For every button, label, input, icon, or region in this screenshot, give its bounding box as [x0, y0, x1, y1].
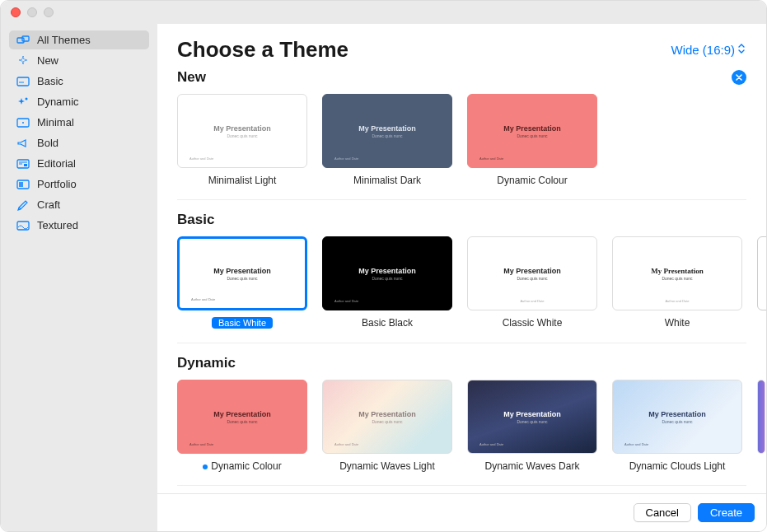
section-title-dynamic: Dynamic [177, 355, 236, 371]
minimal-icon [16, 117, 30, 128]
theme-label: White [612, 317, 742, 329]
theme-classic-white[interactable]: My Presentation Donec quis nunc Author a… [467, 236, 597, 329]
megaphone-icon [16, 138, 30, 149]
minimize-window-button[interactable] [27, 7, 37, 17]
aspect-ratio-label: Wide (16:9) [671, 43, 735, 57]
svg-rect-1 [22, 36, 29, 41]
sidebar-item-label: Minimal [37, 116, 74, 128]
theme-thumbnail: My Presentation Donec quis nunc Author a… [177, 380, 307, 454]
dismiss-new-button[interactable] [732, 70, 746, 85]
theme-thumbnail [757, 236, 766, 310]
svg-point-4 [26, 97, 28, 100]
sidebar-item-label: Portfolio [37, 178, 77, 190]
svg-rect-0 [17, 38, 24, 43]
theme-thumbnail: My Presentation Donec quis nunc Author a… [177, 94, 307, 168]
theme-label: Basic Black [322, 317, 452, 329]
slide-icon [16, 76, 30, 87]
close-window-button[interactable] [11, 7, 21, 17]
theme-scroll-area[interactable]: New My Presentation Donec quis nunc Auth… [157, 69, 766, 493]
svg-rect-2 [17, 77, 29, 86]
sidebar-item-textured[interactable]: Textured [9, 216, 149, 235]
divider [177, 199, 746, 200]
theme-label: Minimalist Dark [322, 175, 452, 186]
theme-label: Classic White [467, 317, 597, 329]
theme-label: Basic White [212, 317, 273, 329]
section-title-new: New [177, 69, 206, 86]
editorial-icon [16, 158, 30, 170]
theme-thumbnail: My Presentation Donec quis nunc Author a… [612, 236, 742, 310]
sidebar-item-minimal[interactable]: Minimal [9, 113, 149, 132]
divider [177, 485, 746, 486]
sparkle-icon [16, 55, 30, 67]
header: Choose a Theme Wide (16:9) [157, 24, 766, 69]
theme-label: Dynamic Clouds Light [612, 460, 742, 472]
zoom-window-button[interactable] [44, 7, 54, 17]
theme-thumbnail: My Presentation Donec quis nunc Author a… [467, 236, 597, 310]
create-button[interactable]: Create [698, 503, 755, 522]
theme-dynamic-colour[interactable]: My Presentation Donec quis nunc Author a… [177, 380, 307, 472]
textured-icon [16, 220, 30, 231]
all-themes-icon [16, 35, 30, 46]
sidebar-item-label: Dynamic [37, 96, 79, 108]
theme-label: Minimalist Light [177, 175, 307, 186]
aspect-ratio-select[interactable]: Wide (16:9) [671, 43, 746, 57]
theme-dynamic-clouds-light[interactable]: My Presentation Donec quis nunc Author a… [612, 380, 742, 472]
craft-icon [16, 199, 30, 211]
sidebar-item-label: Craft [37, 198, 60, 211]
sidebar-item-label: Editorial [37, 157, 76, 170]
sidebar-item-craft[interactable]: Craft [9, 195, 149, 214]
sidebar-item-label: New [37, 54, 58, 67]
theme-white[interactable]: My Presentation Donec quis nunc Author a… [612, 236, 742, 329]
theme-thumbnail: My Presentation Donec quis nunc Author a… [467, 380, 597, 454]
theme-label: Dynamic Waves Light [322, 460, 452, 472]
sidebar-item-portfolio[interactable]: Portfolio [9, 175, 149, 194]
sidebar-item-dynamic[interactable]: Dynamic [9, 92, 149, 111]
theme-minimalist-dark[interactable]: My Presentation Donec quis nunc Author a… [322, 94, 452, 186]
theme-thumbnail [757, 380, 765, 454]
sidebar-item-all-themes[interactable]: All Themes [9, 30, 149, 49]
theme-minimalist-light[interactable]: My Presentation Donec quis nunc Author a… [177, 94, 307, 186]
page-title: Choose a Theme [177, 37, 348, 63]
theme-dynamic-waves-dark[interactable]: My Presentation Donec quis nunc Author a… [467, 380, 597, 472]
theme-label: Dynamic Colour [467, 175, 597, 186]
theme-dynamic-colour-new[interactable]: My Presentation Donec quis nunc Author a… [467, 94, 597, 186]
theme-dynamic-waves-light[interactable]: My Presentation Donec quis nunc Author a… [322, 380, 452, 472]
chevron-updown-icon [738, 43, 746, 57]
theme-label: Dynamic Waves Dark [467, 460, 597, 472]
sidebar-item-label: Basic [37, 75, 63, 87]
sidebar: All Themes New Basic Dynamic Minimal [1, 24, 157, 531]
titlebar [1, 1, 766, 24]
section-title-basic: Basic [177, 212, 214, 228]
cancel-button[interactable]: Cancel [634, 503, 691, 522]
theme-thumbnail: My Presentation Donec quis nunc Author a… [177, 236, 307, 310]
theme-thumbnail: My Presentation Donec quis nunc Author a… [467, 94, 597, 168]
theme-thumbnail: My Presentation Donec quis nunc Author a… [612, 380, 742, 454]
svg-rect-10 [24, 164, 27, 166]
theme-thumbnail: My Presentation Donec quis nunc Author a… [322, 380, 452, 454]
sidebar-item-basic[interactable]: Basic [9, 72, 149, 91]
sidebar-item-label: Textured [37, 219, 78, 231]
sidebar-item-bold[interactable]: Bold [9, 133, 149, 152]
portfolio-icon [16, 179, 30, 190]
divider [177, 343, 746, 343]
sidebar-item-label: All Themes [37, 34, 91, 46]
sparkles-icon [16, 96, 30, 108]
new-dot-icon [203, 464, 208, 469]
theme-basic-white[interactable]: My Presentation Donec quis nunc Author a… [177, 236, 307, 329]
theme-overflow-peek[interactable] [757, 236, 765, 329]
theme-label: Dynamic Colour [177, 460, 307, 472]
svg-point-6 [22, 122, 24, 124]
footer: Cancel Create [157, 493, 766, 531]
sidebar-item-new[interactable]: New [9, 51, 149, 70]
theme-thumbnail: My Presentation Donec quis nunc Author a… [322, 236, 452, 310]
theme-thumbnail: My Presentation Donec quis nunc Author a… [322, 94, 452, 168]
theme-overflow-peek[interactable] [757, 380, 765, 472]
theme-basic-black[interactable]: My Presentation Donec quis nunc Author a… [322, 236, 452, 329]
sidebar-item-editorial[interactable]: Editorial [9, 154, 149, 173]
svg-rect-12 [19, 182, 23, 187]
sidebar-item-label: Bold [37, 137, 58, 149]
